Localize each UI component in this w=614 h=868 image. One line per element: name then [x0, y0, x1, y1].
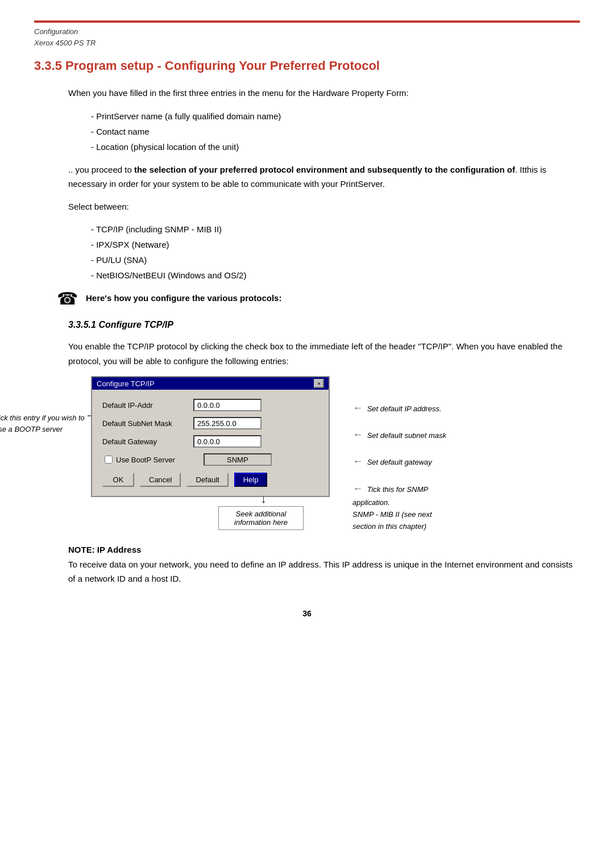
subsection-para: You enable the TCP/IP protocol by clicki… — [68, 339, 580, 368]
header-line1: Configuration — [34, 26, 580, 37]
bullet-item: - PU/LU (SNA) — [91, 252, 580, 268]
annot-snmp-text: Tick this for SNMP application. SNMP - M… — [352, 485, 432, 530]
bullet-item: - Location (physical location of the uni… — [91, 139, 580, 155]
bullet-item: - IPX/SPX (Netware) — [91, 237, 580, 252]
seek-info-box: Seek additionalinformation here — [218, 506, 304, 530]
dialog-title: Configure TCP/IP — [97, 379, 155, 388]
help-button[interactable]: Help — [234, 473, 268, 487]
header-line2: Xerox 4500 PS TR — [34, 37, 580, 49]
default-button[interactable]: Default — [186, 473, 228, 487]
para2-start: .. you proceed to — [68, 165, 134, 174]
dialog-field-row-gateway: Default Gateway — [102, 435, 318, 448]
para2-bold: the selection of your preferred protocol… — [134, 165, 515, 174]
note-heading: NOTE: IP Address — [68, 545, 141, 554]
page: Configuration Xerox 4500 PS TR 3.3.5 Pro… — [0, 0, 614, 868]
dialog-close-button[interactable]: × — [314, 379, 324, 388]
annot-snmp: ← Tick this for SNMP application. SNMP -… — [352, 481, 478, 532]
top-rule — [34, 20, 580, 23]
annot-ip-text: Set default IP address. — [367, 404, 442, 413]
chapter-title: 3.3.5 Program setup - Configuring Your P… — [34, 59, 580, 73]
cancel-button[interactable]: Cancel — [140, 473, 181, 487]
arrow-gateway: ← — [352, 456, 363, 467]
intro-para2: .. you proceed to the selection of your … — [68, 162, 580, 191]
dialog-body: Default IP-Addr Default SubNet Mask Defa… — [92, 390, 329, 496]
dialog-titlebar: Configure TCP/IP × — [92, 377, 329, 390]
bullet-item: - TCP/IP (including SNMP - MIB II) — [91, 222, 580, 237]
page-number: 36 — [34, 609, 580, 618]
bootp-checkbox[interactable] — [105, 456, 113, 464]
field-label-ip: Default IP-Addr — [102, 401, 193, 410]
dialog-field-row-subnet: Default SubNet Mask — [102, 417, 318, 429]
ok-button[interactable]: OK — [102, 473, 134, 487]
para2-dot: . It — [515, 165, 525, 174]
note-bold-text: Here's how you configure the various pro… — [86, 291, 281, 306]
annot-subnet-text: Set default subnet mask — [367, 431, 446, 440]
annot-gateway: ← Set default gateway — [352, 453, 478, 470]
field-input-ip[interactable] — [193, 399, 262, 411]
dialog-buttons: OK Cancel Default Help — [102, 473, 318, 487]
intro-para1: When you have filled in the first three … — [68, 86, 580, 101]
bootp-checkbox-label: Use BootP Server — [116, 456, 175, 464]
select-between: Select between: — [68, 199, 580, 214]
bullet-item: - NetBIOS/NetBEUI (Windows and OS/2) — [91, 268, 580, 283]
configure-tcpip-dialog[interactable]: Configure TCP/IP × Default IP-Addr Defau… — [91, 376, 330, 497]
field-input-gateway[interactable] — [193, 435, 262, 448]
field-label-gateway: Default Gateway — [102, 437, 193, 446]
subsection-title: 3.3.5.1 Configure TCP/IP — [68, 320, 580, 330]
right-annotations: ← Set default IP address. ← Set default … — [352, 393, 478, 543]
arrow-subnet: ← — [352, 429, 363, 440]
bullet-item: - Contact name — [91, 124, 580, 139]
dialog-checkbox-row: Use BootP Server — [105, 453, 318, 466]
dialog-field-row-ip: Default IP-Addr — [102, 399, 318, 411]
intro-bullets2: - TCP/IP (including SNMP - MIB II) - IPX… — [91, 222, 580, 283]
field-label-subnet: Default SubNet Mask — [102, 419, 193, 428]
dialog-area: Tick this entry if you wish to use a BOO… — [91, 376, 580, 497]
field-input-subnet[interactable] — [193, 417, 262, 429]
header-meta: Configuration Xerox 4500 PS TR — [34, 26, 580, 48]
note-icon-row: ☎ Here's how you configure the various p… — [57, 291, 580, 308]
arrow-snmp: ← — [352, 483, 363, 494]
annot-gateway-text: Set default gateway — [367, 458, 432, 466]
note-text: To receive data on your network, you nee… — [68, 560, 572, 584]
snmp-input[interactable] — [204, 453, 272, 466]
annot-ip: ← Set default IP address. — [352, 400, 478, 416]
left-annotation: Tick this entry if you wish to use a BOO… — [0, 412, 85, 435]
annot-subnet: ← Set default subnet mask — [352, 427, 478, 443]
arrow-ip: ← — [352, 402, 363, 414]
bullet-item: - PrintServer name (a fully qualified do… — [91, 108, 580, 124]
down-arrow: ↓ — [260, 491, 267, 506]
intro-bullets1: - PrintServer name (a fully qualified do… — [91, 108, 580, 155]
seek-text: Seek additionalinformation here — [234, 510, 288, 527]
note-section: NOTE: IP Address To receive data on your… — [68, 542, 580, 586]
phone-icon: ☎ — [57, 289, 78, 308]
